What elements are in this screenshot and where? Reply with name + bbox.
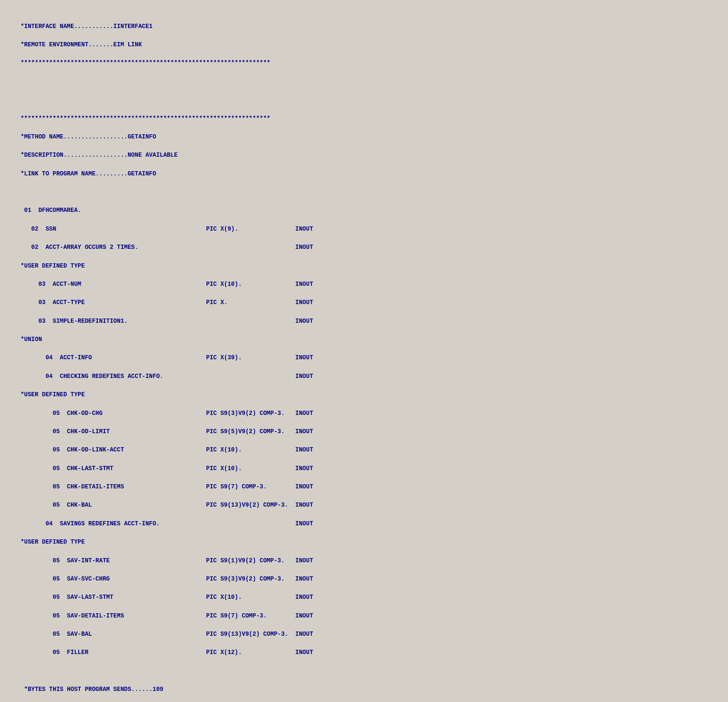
- line-03-acct-type: 03 ACCT-TYPE PIC X. INOUT: [17, 298, 711, 307]
- terminal-display: *INTERFACE NAME...........IINTERFACE1 *R…: [4, 4, 724, 702]
- remote-env: *REMOTE ENVIRONMENT.......EIM LINK: [17, 40, 711, 50]
- line-05-chk-bal: 05 CHK-BAL PIC S9(13)V9(2) COMP-3. INOUT: [17, 501, 711, 510]
- line-05-sav-bal: 05 SAV-BAL PIC S9(13)V9(2) COMP-3. INOUT: [17, 630, 711, 639]
- line-05-sav-svc: 05 SAV-SVC-CHRG PIC S9(3)V9(2) COMP-3. I…: [17, 575, 711, 584]
- line-05-filler: 05 FILLER PIC X(12). INOUT: [17, 648, 711, 657]
- line-03-acct-num: 03 ACCT-NUM PIC X(10). INOUT: [17, 280, 711, 289]
- bytes-sends: *BYTES THIS HOST PROGRAM SENDS......109: [17, 685, 711, 694]
- description: *DESCRIPTION..................NONE AVAIL…: [17, 151, 711, 160]
- method-name: *METHOD NAME..................GETAINFO: [17, 133, 711, 142]
- line-05-chk-od-limit: 05 CHK-OD-LIMIT PIC S9(5)V9(2) COMP-3. I…: [17, 427, 711, 437]
- line-05-sav-last: 05 SAV-LAST-STMT PIC X(10). INOUT: [17, 593, 711, 602]
- line-05-chk-od-chg: 05 CHK-OD-CHG PIC S9(3)V9(2) COMP-3. INO…: [17, 409, 711, 418]
- line-04-checking: 04 CHECKING REDEFINES ACCT-INFO. INOUT: [17, 372, 711, 381]
- blank4: [17, 667, 711, 676]
- link-program: *LINK TO PROGRAM NAME.........GETAINFO: [17, 169, 711, 179]
- user-def-2: *USER DEFINED TYPE: [17, 390, 711, 400]
- user-def-3: *USER DEFINED TYPE: [17, 538, 711, 547]
- line-01: 01 DFHCOMMAREA.: [17, 206, 711, 215]
- line-05-sav-detail: 05 SAV-DETAIL-ITEMS PIC S9(7) COMP-3. IN…: [17, 612, 711, 621]
- line-05-chk-od-link: 05 CHK-OD-LINK-ACCT PIC X(10). INOUT: [17, 445, 711, 455]
- line-02-acct: 02 ACCT-ARRAY OCCURS 2 TIMES. INOUT: [17, 243, 711, 252]
- line-05-chk-last: 05 CHK-LAST-STMT PIC X(10). INOUT: [17, 464, 711, 474]
- line-02-ssn: 02 SSN PIC X(9). INOUT: [17, 225, 711, 234]
- union-1: *UNION: [17, 335, 711, 344]
- blank2: [17, 96, 711, 105]
- interface-name: *INTERFACE NAME...........IINTERFACE1: [17, 22, 711, 31]
- blank3: [17, 188, 711, 197]
- line-03-simple: 03 SIMPLE-REDEFINITION1. INOUT: [17, 317, 711, 326]
- user-def-1: *USER DEFINED TYPE: [17, 262, 711, 271]
- blank1: [17, 77, 711, 87]
- line-04-acct-info: 04 ACCT-INFO PIC X(39). INOUT: [17, 353, 711, 363]
- sep1: ****************************************…: [17, 59, 711, 68]
- line-04-savings: 04 SAVINGS REDEFINES ACCT-INFO. INOUT: [17, 519, 711, 529]
- line-05-sav-int: 05 SAV-INT-RATE PIC S9(1)V9(2) COMP-3. I…: [17, 556, 711, 566]
- line-05-chk-detail: 05 CHK-DETAIL-ITEMS PIC S9(7) COMP-3. IN…: [17, 482, 711, 492]
- sep2: ****************************************…: [17, 114, 711, 124]
